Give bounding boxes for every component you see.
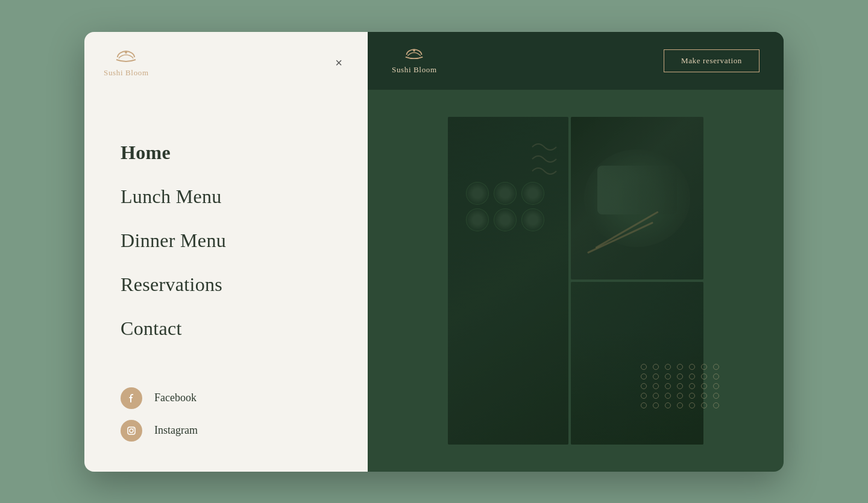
instagram-label: Instagram xyxy=(154,424,198,437)
menu-header: Sushi Bloom × xyxy=(84,32,368,95)
menu-logo: Sushi Bloom xyxy=(104,49,149,78)
instagram-icon xyxy=(121,420,142,442)
facebook-link[interactable]: Facebook xyxy=(121,387,368,409)
instagram-link[interactable]: Instagram xyxy=(121,420,368,442)
nav-item-contact[interactable]: Contact xyxy=(121,307,368,351)
menu-panel: Sushi Bloom × Home Lunch Menu Dinner Men… xyxy=(84,32,368,472)
svg-point-0 xyxy=(125,51,127,54)
nav-item-lunch-menu[interactable]: Lunch Menu xyxy=(121,175,368,219)
nav-links: Home Lunch Menu Dinner Menu Reservations… xyxy=(84,95,368,387)
site-logo-text: Sushi Bloom xyxy=(392,65,437,75)
site-logo: Sushi Bloom xyxy=(392,47,437,75)
make-reservation-button[interactable]: Make reservation xyxy=(664,49,760,72)
svg-rect-1 xyxy=(128,427,135,434)
nav-item-home[interactable]: Home xyxy=(121,131,368,175)
photo-grid xyxy=(448,117,703,445)
photo-cell-3 xyxy=(571,282,703,445)
social-links: Facebook Instagram xyxy=(84,387,368,472)
nav-item-reservations[interactable]: Reservations xyxy=(121,263,368,307)
facebook-icon xyxy=(121,387,142,409)
nav-item-dinner-menu[interactable]: Dinner Menu xyxy=(121,219,368,263)
svg-point-4 xyxy=(414,49,416,52)
site-header: Sushi Bloom Make reservation xyxy=(368,32,784,90)
photo-cell-2 xyxy=(448,117,568,445)
site-logo-icon xyxy=(404,47,424,63)
menu-logo-text: Sushi Bloom xyxy=(104,68,149,78)
photo-cell-1 xyxy=(571,117,703,280)
facebook-label: Facebook xyxy=(154,392,197,404)
content-body xyxy=(368,90,784,472)
dots-decoration xyxy=(641,364,722,408)
logo-icon xyxy=(115,49,137,66)
close-button[interactable]: × xyxy=(329,54,348,73)
svg-point-3 xyxy=(133,428,134,429)
content-panel: Sushi Bloom Make reservation xyxy=(368,32,784,472)
svg-point-2 xyxy=(130,429,133,433)
browser-window: Sushi Bloom × Home Lunch Menu Dinner Men… xyxy=(84,32,784,472)
